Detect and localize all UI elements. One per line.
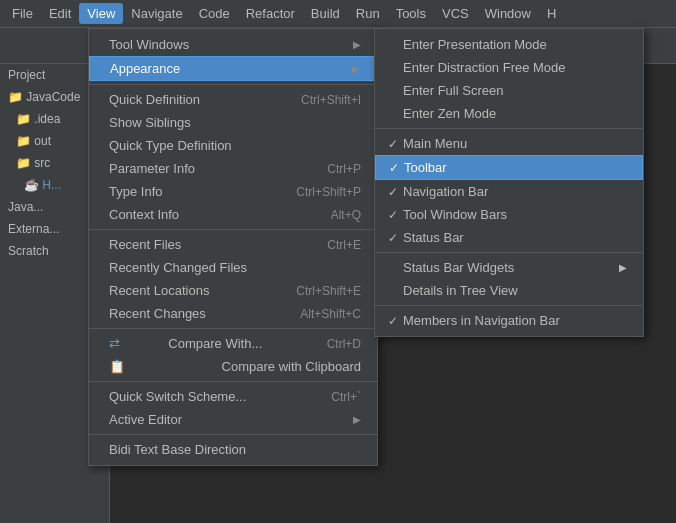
- compare-with-label: Compare With...: [168, 336, 262, 351]
- menu-window[interactable]: Window: [477, 3, 539, 24]
- menu-file[interactable]: File: [4, 3, 41, 24]
- sub-menu-status-bar-widgets[interactable]: Status Bar Widgets ▶: [375, 256, 643, 279]
- parameter-info-label: Parameter Info: [109, 161, 195, 176]
- compare-with-icon: ⇄: [109, 336, 120, 351]
- details-tree-label: Details in Tree View: [403, 283, 518, 298]
- compare-clipboard-label: Compare with Clipboard: [222, 359, 361, 374]
- menu-item-compare-clipboard[interactable]: 📋 Compare with Clipboard: [89, 355, 377, 378]
- sub-menu-full-screen[interactable]: Enter Full Screen: [375, 79, 643, 102]
- separator-5: [89, 434, 377, 435]
- recent-changes-label: Recent Changes: [109, 306, 206, 321]
- menu-view[interactable]: View: [79, 3, 123, 24]
- parameter-info-shortcut: Ctrl+P: [327, 162, 361, 176]
- view-menu-dropdown: Tool Windows ▶ Appearance ▶ Quick Defini…: [88, 28, 378, 466]
- menu-item-type-info[interactable]: Type Info Ctrl+Shift+P: [89, 180, 377, 203]
- sub-menu-members-nav[interactable]: ✓ Members in Navigation Bar: [375, 309, 643, 332]
- recently-changed-label: Recently Changed Files: [109, 260, 247, 275]
- sub-menu-tool-window-bars[interactable]: ✓ Tool Window Bars: [375, 203, 643, 226]
- sub-separator-1: [375, 128, 643, 129]
- sub-separator-3: [375, 305, 643, 306]
- menu-vcs[interactable]: VCS: [434, 3, 477, 24]
- menu-item-quick-definition[interactable]: Quick Definition Ctrl+Shift+I: [89, 88, 377, 111]
- type-info-label: Type Info: [109, 184, 162, 199]
- recent-changes-shortcut: Alt+Shift+C: [300, 307, 361, 321]
- menu-item-bidi-text[interactable]: Bidi Text Base Direction: [89, 438, 377, 461]
- menu-item-parameter-info[interactable]: Parameter Info Ctrl+P: [89, 157, 377, 180]
- full-screen-check: [383, 84, 403, 98]
- menu-item-recently-changed[interactable]: Recently Changed Files: [89, 256, 377, 279]
- zen-mode-label: Enter Zen Mode: [403, 106, 496, 121]
- sub-separator-2: [375, 252, 643, 253]
- sub-menu-details-tree[interactable]: Details in Tree View: [375, 279, 643, 302]
- menu-refactor[interactable]: Refactor: [238, 3, 303, 24]
- menu-run[interactable]: Run: [348, 3, 388, 24]
- quick-type-definition-label: Quick Type Definition: [109, 138, 232, 153]
- menu-item-active-editor[interactable]: Active Editor ▶: [89, 408, 377, 431]
- toolbar-check: ✓: [384, 161, 404, 175]
- menu-help[interactable]: H: [539, 3, 564, 24]
- compare-clipboard-icon: 📋: [109, 359, 125, 374]
- recent-locations-label: Recent Locations: [109, 283, 209, 298]
- separator-3: [89, 328, 377, 329]
- zen-mode-check: [383, 107, 403, 121]
- toolbar-label: Toolbar: [404, 160, 447, 175]
- menu-code[interactable]: Code: [191, 3, 238, 24]
- sub-menu-distraction-free[interactable]: Enter Distraction Free Mode: [375, 56, 643, 79]
- separator-2: [89, 229, 377, 230]
- distraction-free-label: Enter Distraction Free Mode: [403, 60, 566, 75]
- menu-item-quick-type-definition[interactable]: Quick Type Definition: [89, 134, 377, 157]
- menu-edit[interactable]: Edit: [41, 3, 79, 24]
- menu-tools[interactable]: Tools: [388, 3, 434, 24]
- members-nav-check: ✓: [383, 314, 403, 328]
- sub-menu-status-bar[interactable]: ✓ Status Bar: [375, 226, 643, 249]
- status-bar-widgets-check: [383, 261, 403, 275]
- menu-item-compare-with[interactable]: ⇄ Compare With... Ctrl+D: [89, 332, 377, 355]
- context-info-label: Context Info: [109, 207, 179, 222]
- status-bar-check: ✓: [383, 231, 403, 245]
- tool-window-bars-label: Tool Window Bars: [403, 207, 507, 222]
- menubar: File Edit View Navigate Code Refactor Bu…: [0, 0, 676, 28]
- recent-locations-shortcut: Ctrl+Shift+E: [296, 284, 361, 298]
- context-info-shortcut: Alt+Q: [331, 208, 361, 222]
- navigation-bar-label: Navigation Bar: [403, 184, 488, 199]
- tool-windows-arrow: ▶: [353, 39, 361, 50]
- status-bar-widgets-label: Status Bar Widgets: [403, 260, 514, 275]
- active-editor-label: Active Editor: [109, 412, 182, 427]
- menu-build[interactable]: Build: [303, 3, 348, 24]
- main-menu-label: Main Menu: [403, 136, 467, 151]
- menu-item-recent-changes[interactable]: Recent Changes Alt+Shift+C: [89, 302, 377, 325]
- sub-menu-main-menu[interactable]: ✓ Main Menu: [375, 132, 643, 155]
- menu-item-recent-locations[interactable]: Recent Locations Ctrl+Shift+E: [89, 279, 377, 302]
- appearance-submenu: Enter Presentation Mode Enter Distractio…: [374, 28, 644, 337]
- separator-4: [89, 381, 377, 382]
- compare-with-shortcut: Ctrl+D: [327, 337, 361, 351]
- menu-item-tool-windows[interactable]: Tool Windows ▶: [89, 33, 377, 56]
- appearance-arrow: ▶: [352, 63, 360, 74]
- quick-switch-label: Quick Switch Scheme...: [109, 389, 246, 404]
- sub-menu-zen-mode[interactable]: Enter Zen Mode: [375, 102, 643, 125]
- menu-item-context-info[interactable]: Context Info Alt+Q: [89, 203, 377, 226]
- bidi-text-label: Bidi Text Base Direction: [109, 442, 246, 457]
- tool-window-bars-check: ✓: [383, 208, 403, 222]
- menu-item-show-siblings[interactable]: Show Siblings: [89, 111, 377, 134]
- menu-item-appearance[interactable]: Appearance ▶: [89, 56, 377, 81]
- tool-windows-label: Tool Windows: [109, 37, 189, 52]
- quick-definition-label: Quick Definition: [109, 92, 200, 107]
- members-nav-label: Members in Navigation Bar: [403, 313, 560, 328]
- sub-menu-navigation-bar[interactable]: ✓ Navigation Bar: [375, 180, 643, 203]
- recent-files-shortcut: Ctrl+E: [327, 238, 361, 252]
- full-screen-label: Enter Full Screen: [403, 83, 503, 98]
- sub-menu-presentation[interactable]: Enter Presentation Mode: [375, 33, 643, 56]
- show-siblings-label: Show Siblings: [109, 115, 191, 130]
- distraction-free-check: [383, 61, 403, 75]
- menu-navigate[interactable]: Navigate: [123, 3, 190, 24]
- sub-menu-toolbar[interactable]: ✓ Toolbar: [375, 155, 643, 180]
- menu-item-quick-switch[interactable]: Quick Switch Scheme... Ctrl+`: [89, 385, 377, 408]
- status-bar-widgets-arrow: ▶: [619, 262, 627, 273]
- presentation-check: [383, 38, 403, 52]
- status-bar-label: Status Bar: [403, 230, 464, 245]
- recent-files-label: Recent Files: [109, 237, 181, 252]
- quick-switch-shortcut: Ctrl+`: [331, 390, 361, 404]
- navigation-bar-check: ✓: [383, 185, 403, 199]
- menu-item-recent-files[interactable]: Recent Files Ctrl+E: [89, 233, 377, 256]
